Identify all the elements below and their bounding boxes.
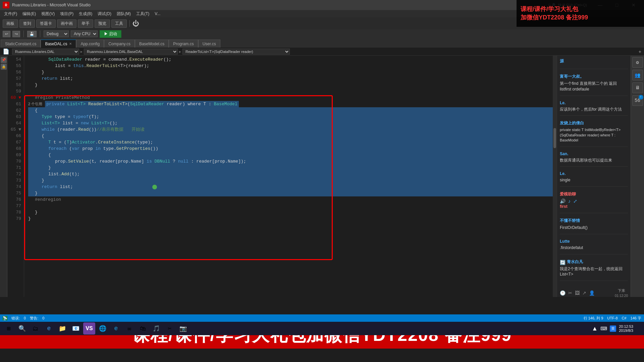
tab-company[interactable]: Company.cs: [104, 40, 135, 48]
menu-file[interactable]: 文件(F): [1, 10, 20, 17]
refresh-icon: 🔄: [560, 260, 566, 265]
debug-toolbar: ↩ ↪ 💾 Debug Release Any CPU x64 x86 ▶ 启动: [0, 29, 644, 38]
vertical-scrollbar[interactable]: [553, 56, 557, 297]
status-lang: C#: [622, 316, 627, 320]
tab-staticconstant[interactable]: StaticConstant.cs: [1, 40, 41, 48]
explorer-button[interactable]: 📁: [56, 322, 68, 335]
comment-text-budong: FirstOrDefault(): [560, 225, 628, 231]
toolbar-raise-hand[interactable]: 举手: [78, 19, 93, 28]
menu-team[interactable]: 团队(M): [114, 10, 133, 17]
taskbar-arrow-icon[interactable]: ▲: [592, 325, 598, 332]
panel-bottom-controls: 🕐 ✂ 🖼 ↗ 👤 下库 01:12:20: [560, 288, 628, 297]
camera-button[interactable]: 📷: [177, 322, 189, 335]
lang-indicator[interactable]: 英: [610, 325, 616, 332]
menu-tools[interactable]: 工具(T): [133, 10, 152, 17]
image-icon[interactable]: 🖼: [575, 290, 580, 296]
far-right-btn-3[interactable]: 🖥: [632, 82, 643, 93]
ie-button[interactable]: e: [110, 322, 122, 335]
comment-author-san: San.: [560, 152, 628, 156]
sidebar-icon-1[interactable]: 📌: [1, 57, 7, 63]
tab-basemodel-label: BaseModel.cs: [139, 42, 164, 46]
menu-view[interactable]: 视图(V): [39, 10, 57, 17]
vs-taskbar-button[interactable]: VS: [83, 322, 95, 335]
expand-icon[interactable]: ⤢: [573, 198, 577, 204]
code-line-70: prop.SetValue(t, reader[prop.Name] is DB…: [28, 158, 553, 165]
menu-edit[interactable]: 编辑(E): [20, 10, 39, 17]
scissors-taskbar[interactable]: ✂: [164, 322, 176, 335]
toolbar-quiz[interactable]: 答题卡: [36, 19, 56, 28]
start-menu-button[interactable]: ⊞: [3, 322, 15, 335]
scroll-thumb[interactable]: [553, 128, 556, 148]
comment-item-budong: 不懂不矫情 FirstOrDefault(): [560, 218, 628, 234]
expand-button[interactable]: +: [639, 49, 641, 54]
far-right-btn-4[interactable]: 56 !: [632, 95, 643, 106]
save-button[interactable]: 💾: [27, 31, 37, 37]
tab-appconfig[interactable]: App.config: [76, 40, 104, 48]
far-right-btn-2[interactable]: 👥: [632, 70, 643, 80]
task-view-button[interactable]: 🗂: [30, 322, 42, 335]
scissors-icon[interactable]: ✂: [568, 290, 572, 296]
share-icon[interactable]: ↗: [582, 290, 586, 296]
tab-company-label: Company.cs: [108, 42, 130, 46]
debug-mode-select[interactable]: Debug Release: [44, 31, 69, 37]
clock-icon[interactable]: 🕐: [560, 290, 566, 296]
start-button[interactable]: ▶ 启动: [100, 30, 121, 38]
search-button[interactable]: 🔍: [16, 322, 28, 335]
code-line-61: 2 个引用 private List<T> ReaderToList<T>(Sq…: [28, 101, 553, 107]
namespace-selector[interactable]: Ruanmou.Libraries.DAL: [12, 49, 79, 55]
sidebar-icon-2[interactable]: 🔒: [1, 64, 7, 70]
redo-button[interactable]: ↪: [12, 31, 20, 37]
show-desktop-button[interactable]: [636, 322, 641, 335]
class-selector[interactable]: Ruanmou.Libraries.DAL.BaseDAL: [84, 49, 178, 55]
panel-action-icons: 🕐 ✂ 🖼 ↗ 👤: [560, 290, 595, 296]
music-button[interactable]: 🎵: [150, 322, 162, 335]
comment-author-fugge: 富哥一大叔。: [560, 74, 628, 79]
code-area[interactable]: SqlDataReader reader = command.ExecuteRe…: [24, 56, 553, 297]
code-line-76: #endregion: [28, 196, 553, 203]
tab-program[interactable]: Program.cs: [169, 40, 198, 48]
comment-text-aimo: first: [560, 204, 628, 209]
platform-select[interactable]: Any CPU x64 x86: [71, 31, 98, 37]
code-line-79: }: [28, 216, 553, 222]
comment-author-aimo: 爱模助聊: [560, 191, 628, 197]
toolbar-signin[interactable]: 签到: [19, 19, 35, 28]
app-title: Ruanmou.Libraries - Microsoft Visual Stu…: [12, 3, 548, 7]
tab-basedal-close[interactable]: ✕: [69, 42, 72, 46]
method-selector[interactable]: ReaderToList<T>(SqlDataReader reader): [182, 49, 290, 55]
music-icon[interactable]: ♪: [568, 198, 571, 204]
undo-button[interactable]: ↩: [3, 31, 10, 37]
comment-item-qingshui: 🔄 青水白凡 我是2个查询整合在一起，统统返回List<T>: [560, 259, 628, 281]
toolbar-pip[interactable]: 画中画: [57, 19, 76, 28]
chrome-button[interactable]: 🌐: [97, 322, 109, 335]
windows-taskbar: ⊞ 🔍 🗂 e 📁 📧 VS 🌐 e ✉ 🛍 🎵 ✂ 📷 ▲ ⌨ 英 20:12…: [0, 322, 644, 335]
menu-project[interactable]: 项目(P): [57, 10, 76, 17]
power-button[interactable]: ⏻: [132, 20, 139, 27]
comment-text-le2: single: [560, 177, 628, 183]
word-count: 146 字: [631, 316, 641, 321]
outlook-button[interactable]: 📧: [70, 322, 82, 335]
tab-basemodel[interactable]: BaseModel.cs: [135, 40, 169, 48]
code-line-57: return list;: [28, 75, 553, 82]
code-line-62: {: [28, 107, 553, 114]
mail-button[interactable]: ✉: [123, 322, 136, 335]
tab-user[interactable]: User.cs: [198, 40, 220, 48]
toolbar-preview[interactable]: 预览: [95, 19, 110, 28]
menu-more[interactable]: V...: [152, 11, 163, 17]
store-button[interactable]: 🛍: [137, 322, 149, 335]
tab-basedal[interactable]: BaseDAL.cs ✕: [41, 40, 76, 48]
far-right-btn-1[interactable]: ⚙: [632, 57, 643, 68]
menu-debug[interactable]: 调试(D): [95, 10, 114, 17]
like-icon[interactable]: 🔊: [560, 198, 566, 204]
code-line-65: while (reader.Read())//表示有数据 开始读: [28, 126, 553, 133]
comment-text-fashaobai: private static T InitModelByReder<T>(Sql…: [560, 127, 628, 143]
top-banner-line1: 课程/课件/学习大礼包: [521, 5, 640, 13]
line-numbers: 54 55 56 57 58 59 60 ▼ 61 62 63 64 65 ▼ …: [7, 56, 24, 297]
person-icon[interactable]: 👤: [589, 290, 595, 296]
toolbar-tools[interactable]: 工具: [111, 19, 127, 28]
edge-button[interactable]: e: [43, 322, 55, 335]
comment-item-le2: Le. single: [560, 171, 628, 187]
menu-build[interactable]: 生成(B): [76, 10, 95, 17]
panel-time: 01:12:20: [615, 294, 628, 297]
clock-display[interactable]: 20:12:53 2019/8/3: [619, 324, 633, 333]
toolbar-board[interactable]: 画板: [3, 19, 18, 28]
